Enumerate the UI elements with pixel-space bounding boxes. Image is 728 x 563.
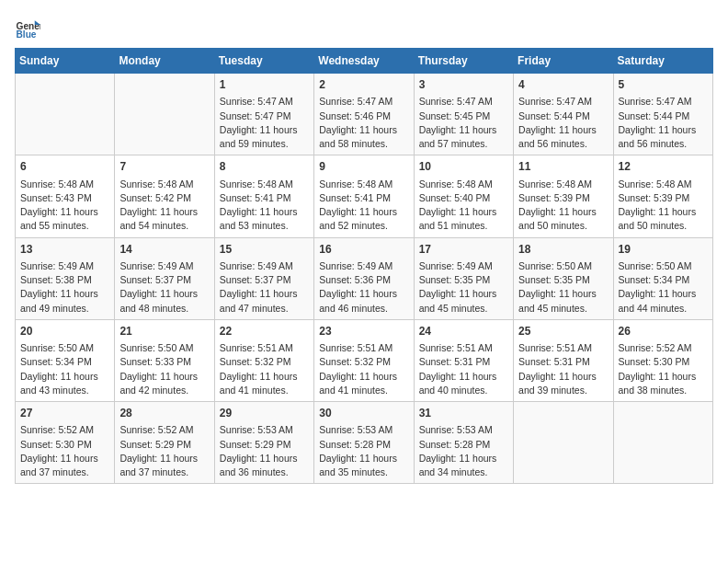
calendar-cell: 9Sunrise: 5:48 AMSunset: 5:41 PMDaylight… bbox=[314, 155, 414, 237]
calendar-week-row: 13Sunrise: 5:49 AMSunset: 5:38 PMDayligh… bbox=[16, 237, 713, 319]
calendar-week-row: 1Sunrise: 5:47 AMSunset: 5:47 PMDaylight… bbox=[16, 74, 713, 155]
day-number: 2 bbox=[319, 77, 408, 93]
calendar-cell: 17Sunrise: 5:49 AMSunset: 5:35 PMDayligh… bbox=[414, 237, 513, 319]
calendar-cell: 10Sunrise: 5:48 AMSunset: 5:40 PMDayligh… bbox=[414, 155, 513, 237]
cell-content: Sunrise: 5:48 AMSunset: 5:39 PMDaylight:… bbox=[619, 178, 708, 234]
day-number: 17 bbox=[419, 242, 508, 258]
calendar-cell: 28Sunrise: 5:52 AMSunset: 5:29 PMDayligh… bbox=[115, 402, 214, 484]
day-number: 10 bbox=[419, 159, 508, 175]
calendar-cell: 27Sunrise: 5:52 AMSunset: 5:30 PMDayligh… bbox=[16, 402, 115, 484]
cell-content: Sunrise: 5:49 AMSunset: 5:37 PMDaylight:… bbox=[119, 259, 209, 316]
cell-content: Sunrise: 5:53 AMSunset: 5:28 PMDaylight:… bbox=[419, 423, 508, 479]
calendar-cell bbox=[613, 402, 712, 484]
calendar-cell: 5Sunrise: 5:47 AMSunset: 5:44 PMDaylight… bbox=[613, 74, 712, 155]
day-number: 13 bbox=[20, 242, 109, 258]
calendar-cell: 7Sunrise: 5:48 AMSunset: 5:42 PMDaylight… bbox=[115, 155, 214, 237]
day-number: 23 bbox=[319, 324, 408, 339]
cell-content: Sunrise: 5:53 AMSunset: 5:29 PMDaylight:… bbox=[220, 423, 309, 479]
cell-content: Sunrise: 5:49 AMSunset: 5:35 PMDaylight:… bbox=[419, 259, 508, 316]
calendar-cell: 13Sunrise: 5:49 AMSunset: 5:38 PMDayligh… bbox=[16, 237, 115, 319]
day-number: 27 bbox=[20, 406, 109, 421]
calendar-cell: 18Sunrise: 5:50 AMSunset: 5:35 PMDayligh… bbox=[514, 237, 613, 319]
day-number: 14 bbox=[119, 242, 209, 258]
logo: General Blue bbox=[15, 15, 44, 40]
weekday-header-thursday: Thursday bbox=[414, 49, 513, 74]
calendar-cell: 30Sunrise: 5:53 AMSunset: 5:28 PMDayligh… bbox=[314, 402, 414, 484]
calendar-cell: 19Sunrise: 5:50 AMSunset: 5:34 PMDayligh… bbox=[613, 237, 712, 319]
calendar-cell: 26Sunrise: 5:52 AMSunset: 5:30 PMDayligh… bbox=[613, 319, 712, 401]
calendar-cell: 3Sunrise: 5:47 AMSunset: 5:45 PMDaylight… bbox=[414, 74, 513, 155]
weekday-header-sunday: Sunday bbox=[16, 49, 115, 74]
day-number: 18 bbox=[518, 242, 608, 258]
weekday-header-saturday: Saturday bbox=[613, 49, 712, 74]
calendar-cell bbox=[514, 402, 613, 484]
day-number: 22 bbox=[220, 324, 309, 339]
day-number: 20 bbox=[20, 324, 109, 339]
svg-text:Blue: Blue bbox=[17, 29, 37, 40]
cell-content: Sunrise: 5:48 AMSunset: 5:42 PMDaylight:… bbox=[119, 178, 209, 234]
day-number: 9 bbox=[319, 159, 408, 175]
calendar-week-row: 27Sunrise: 5:52 AMSunset: 5:30 PMDayligh… bbox=[16, 402, 713, 484]
weekday-header-monday: Monday bbox=[115, 49, 214, 74]
day-number: 19 bbox=[619, 242, 708, 258]
cell-content: Sunrise: 5:47 AMSunset: 5:46 PMDaylight:… bbox=[319, 95, 408, 151]
cell-content: Sunrise: 5:48 AMSunset: 5:40 PMDaylight:… bbox=[419, 178, 508, 234]
calendar-cell: 12Sunrise: 5:48 AMSunset: 5:39 PMDayligh… bbox=[613, 155, 712, 237]
cell-content: Sunrise: 5:51 AMSunset: 5:31 PMDaylight:… bbox=[518, 341, 608, 397]
day-number: 25 bbox=[518, 324, 608, 339]
day-number: 6 bbox=[20, 159, 109, 175]
calendar-cell: 22Sunrise: 5:51 AMSunset: 5:32 PMDayligh… bbox=[214, 319, 313, 401]
day-number: 24 bbox=[419, 324, 508, 339]
calendar-cell: 24Sunrise: 5:51 AMSunset: 5:31 PMDayligh… bbox=[414, 319, 513, 401]
day-number: 7 bbox=[119, 159, 209, 175]
cell-content: Sunrise: 5:50 AMSunset: 5:33 PMDaylight:… bbox=[119, 341, 209, 397]
day-number: 5 bbox=[619, 77, 708, 93]
calendar-cell: 6Sunrise: 5:48 AMSunset: 5:43 PMDaylight… bbox=[16, 155, 115, 237]
weekday-header-row: SundayMondayTuesdayWednesdayThursdayFrid… bbox=[16, 49, 713, 74]
calendar-cell: 14Sunrise: 5:49 AMSunset: 5:37 PMDayligh… bbox=[115, 237, 214, 319]
logo-icon: General Blue bbox=[15, 15, 40, 40]
calendar-cell: 29Sunrise: 5:53 AMSunset: 5:29 PMDayligh… bbox=[214, 402, 313, 484]
cell-content: Sunrise: 5:47 AMSunset: 5:45 PMDaylight:… bbox=[419, 95, 508, 151]
calendar-week-row: 20Sunrise: 5:50 AMSunset: 5:34 PMDayligh… bbox=[16, 319, 713, 401]
calendar-cell: 21Sunrise: 5:50 AMSunset: 5:33 PMDayligh… bbox=[115, 319, 214, 401]
day-number: 31 bbox=[419, 406, 508, 421]
cell-content: Sunrise: 5:51 AMSunset: 5:31 PMDaylight:… bbox=[419, 341, 508, 397]
day-number: 26 bbox=[619, 324, 708, 339]
day-number: 29 bbox=[220, 406, 309, 421]
calendar-week-row: 6Sunrise: 5:48 AMSunset: 5:43 PMDaylight… bbox=[16, 155, 713, 237]
weekday-header-tuesday: Tuesday bbox=[214, 49, 313, 74]
day-number: 4 bbox=[518, 77, 608, 93]
cell-content: Sunrise: 5:48 AMSunset: 5:39 PMDaylight:… bbox=[518, 178, 608, 234]
cell-content: Sunrise: 5:50 AMSunset: 5:34 PMDaylight:… bbox=[20, 341, 109, 397]
page-header: General Blue bbox=[15, 15, 713, 40]
day-number: 8 bbox=[220, 159, 309, 175]
calendar-cell: 15Sunrise: 5:49 AMSunset: 5:37 PMDayligh… bbox=[214, 237, 313, 319]
cell-content: Sunrise: 5:47 AMSunset: 5:47 PMDaylight:… bbox=[220, 95, 309, 151]
cell-content: Sunrise: 5:48 AMSunset: 5:43 PMDaylight:… bbox=[20, 178, 109, 234]
day-number: 12 bbox=[619, 159, 708, 175]
calendar-cell: 4Sunrise: 5:47 AMSunset: 5:44 PMDaylight… bbox=[514, 74, 613, 155]
day-number: 30 bbox=[319, 406, 408, 421]
calendar-cell: 16Sunrise: 5:49 AMSunset: 5:36 PMDayligh… bbox=[314, 237, 414, 319]
calendar-header: SundayMondayTuesdayWednesdayThursdayFrid… bbox=[16, 49, 713, 74]
day-number: 1 bbox=[220, 77, 309, 93]
calendar-cell: 20Sunrise: 5:50 AMSunset: 5:34 PMDayligh… bbox=[16, 319, 115, 401]
day-number: 21 bbox=[119, 324, 209, 339]
cell-content: Sunrise: 5:47 AMSunset: 5:44 PMDaylight:… bbox=[619, 95, 708, 151]
cell-content: Sunrise: 5:51 AMSunset: 5:32 PMDaylight:… bbox=[220, 341, 309, 397]
cell-content: Sunrise: 5:52 AMSunset: 5:30 PMDaylight:… bbox=[20, 423, 109, 479]
cell-content: Sunrise: 5:48 AMSunset: 5:41 PMDaylight:… bbox=[220, 178, 309, 234]
cell-content: Sunrise: 5:53 AMSunset: 5:28 PMDaylight:… bbox=[319, 423, 408, 479]
cell-content: Sunrise: 5:47 AMSunset: 5:44 PMDaylight:… bbox=[518, 95, 608, 151]
calendar-cell: 31Sunrise: 5:53 AMSunset: 5:28 PMDayligh… bbox=[414, 402, 513, 484]
cell-content: Sunrise: 5:50 AMSunset: 5:35 PMDaylight:… bbox=[518, 259, 608, 316]
cell-content: Sunrise: 5:49 AMSunset: 5:37 PMDaylight:… bbox=[220, 259, 309, 316]
cell-content: Sunrise: 5:49 AMSunset: 5:38 PMDaylight:… bbox=[20, 259, 109, 316]
calendar-table: SundayMondayTuesdayWednesdayThursdayFrid… bbox=[15, 48, 713, 484]
weekday-header-friday: Friday bbox=[514, 49, 613, 74]
weekday-header-wednesday: Wednesday bbox=[314, 49, 414, 74]
day-number: 28 bbox=[119, 406, 209, 421]
calendar-cell bbox=[16, 74, 115, 155]
calendar-cell: 2Sunrise: 5:47 AMSunset: 5:46 PMDaylight… bbox=[314, 74, 414, 155]
